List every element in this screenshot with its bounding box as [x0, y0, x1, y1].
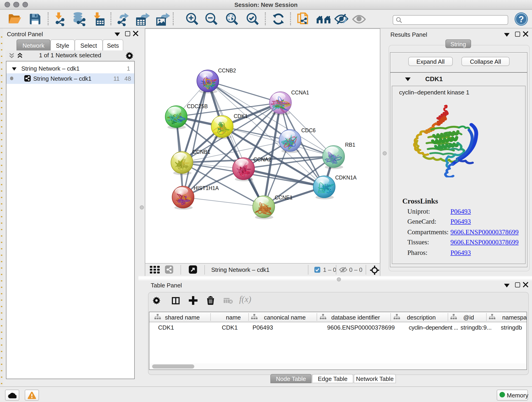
svg-text:CDKN1A: CDKN1A — [335, 175, 357, 181]
svg-text:CCNE1: CCNE1 — [275, 195, 293, 201]
svg-text:CCNB2: CCNB2 — [218, 68, 236, 74]
svg-text:CCNB1: CCNB1 — [192, 149, 210, 155]
svg-text:HIST1H1A: HIST1H1A — [194, 185, 219, 191]
svg-text:CDC25B: CDC25B — [187, 103, 208, 109]
svg-text:CCNA2: CCNA2 — [253, 157, 271, 162]
svg-text:CDK1: CDK1 — [234, 113, 248, 119]
svg-text:CDC6: CDC6 — [301, 128, 316, 133]
svg-text:CCNA1: CCNA1 — [291, 89, 309, 96]
svg-text:?: ? — [519, 14, 524, 24]
svg-text:RB1: RB1 — [345, 142, 355, 148]
